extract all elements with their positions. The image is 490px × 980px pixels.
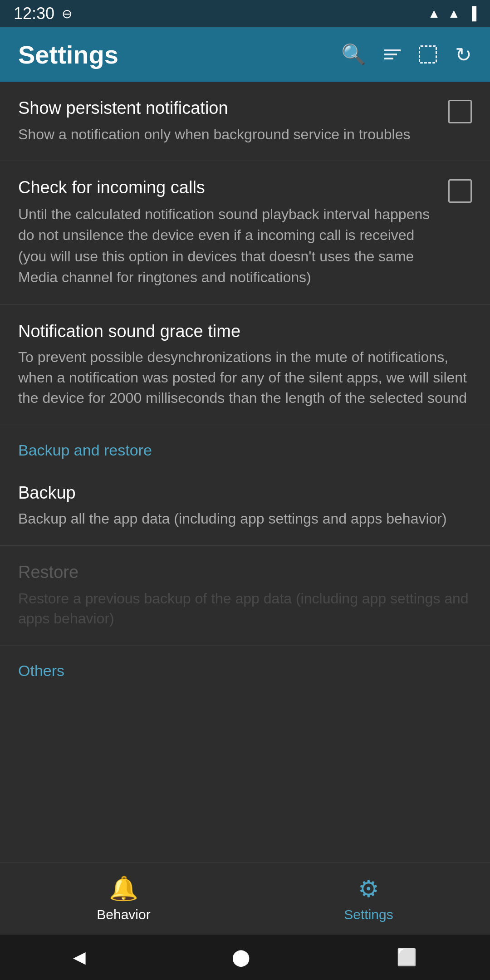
setting-text: Show persistent notification Show a noti… — [18, 98, 439, 144]
select-icon[interactable] — [419, 45, 437, 64]
setting-title-grace-time: Notification sound grace time — [18, 321, 472, 342]
checkbox-persistent-notification[interactable] — [448, 100, 472, 123]
setting-desc-grace-time: To prevent possible desynchronizations i… — [18, 347, 472, 408]
section-header-backup-restore: Backup and restore — [0, 425, 490, 466]
app-bar: Settings 🔍 ↻ — [0, 27, 490, 82]
settings-content: Show persistent notification Show a noti… — [0, 82, 490, 862]
setting-text-backup: Backup Backup all the app data (includin… — [18, 483, 472, 529]
checkbox-incoming-calls[interactable] — [448, 179, 472, 203]
setting-title-restore: Restore — [18, 562, 472, 583]
setting-desc-persistent-notification: Show a notification only when background… — [18, 124, 439, 145]
app-bar-actions: 🔍 ↻ — [341, 43, 472, 66]
status-bar-right: ▲ ▲ ▐ — [428, 6, 476, 21]
section-label-others: Others — [18, 662, 64, 679]
setting-text-restore: Restore Restore a previous backup of the… — [18, 562, 472, 629]
bottom-nav: 🔔 Behavior ⚙ Settings — [0, 862, 490, 935]
back-button[interactable]: ◀ — [73, 948, 86, 967]
system-nav: ◀ ⬤ ⬜ — [0, 935, 490, 980]
refresh-icon[interactable]: ↻ — [455, 43, 472, 66]
battery-icon: ▐ — [467, 6, 476, 21]
page-title: Settings — [18, 40, 341, 69]
nav-item-behavior[interactable]: 🔔 Behavior — [69, 867, 177, 930]
setting-text-incoming-calls: Check for incoming calls Until the calcu… — [18, 177, 439, 288]
search-icon[interactable]: 🔍 — [341, 43, 366, 66]
setting-item-grace-time[interactable]: Notification sound grace time To prevent… — [0, 305, 490, 425]
nav-label-settings: Settings — [344, 907, 393, 922]
dnd-icon: ⊖ — [62, 6, 72, 21]
settings-icon: ⚙ — [358, 875, 379, 902]
section-header-others: Others — [0, 646, 490, 687]
setting-text-grace-time: Notification sound grace time To prevent… — [18, 321, 472, 408]
setting-title-incoming-calls: Check for incoming calls — [18, 177, 439, 198]
nav-label-behavior: Behavior — [97, 907, 150, 922]
signal-icon: ▲ — [447, 6, 460, 21]
setting-desc-restore: Restore a previous backup of the app dat… — [18, 588, 472, 629]
recents-button[interactable]: ⬜ — [397, 948, 417, 967]
setting-desc-backup: Backup all the app data (including app s… — [18, 509, 472, 529]
setting-item-incoming-calls[interactable]: Check for incoming calls Until the calcu… — [0, 161, 490, 304]
filter-icon[interactable] — [384, 49, 401, 59]
setting-desc-incoming-calls: Until the calculated notification sound … — [18, 204, 439, 288]
section-label-backup-restore: Backup and restore — [18, 441, 152, 459]
setting-item-backup[interactable]: Backup Backup all the app data (includin… — [0, 466, 490, 546]
status-bar: 12:30 ⊖ ▲ ▲ ▐ — [0, 0, 490, 27]
status-bar-left: 12:30 ⊖ — [14, 4, 72, 23]
status-time: 12:30 — [14, 4, 54, 23]
setting-title-backup: Backup — [18, 483, 472, 504]
home-button[interactable]: ⬤ — [232, 948, 250, 967]
wifi-icon: ▲ — [428, 6, 441, 21]
setting-item-persistent-notification[interactable]: Show persistent notification Show a noti… — [0, 82, 490, 161]
nav-item-settings[interactable]: ⚙ Settings — [317, 868, 420, 930]
behavior-icon: 🔔 — [109, 875, 138, 902]
setting-title-persistent-notification: Show persistent notification — [18, 98, 439, 119]
setting-item-restore: Restore Restore a previous backup of the… — [0, 546, 490, 646]
